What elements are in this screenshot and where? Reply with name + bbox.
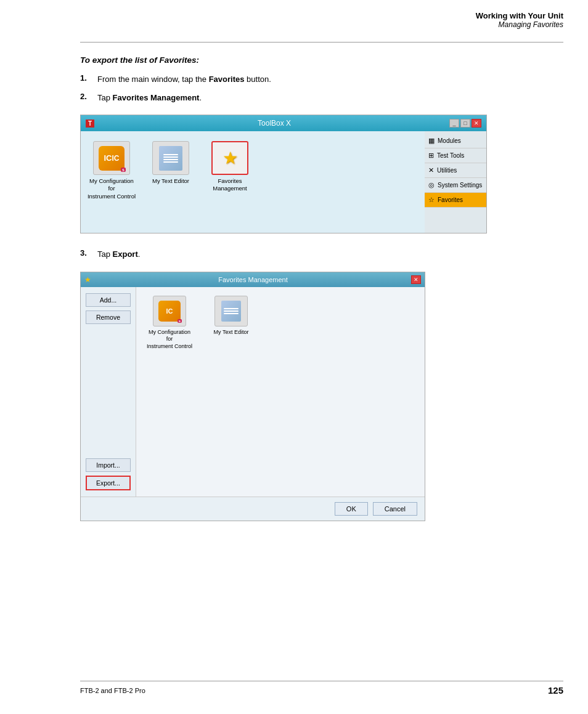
fav-ic-icon: IC s (153, 296, 186, 327)
step-3: 3. Tap Export. (80, 248, 563, 261)
sidebar-system-settings[interactable]: ◎ System Settings (425, 178, 486, 193)
toolbox-item-fav[interactable]: ★ Favorites Management (205, 141, 255, 193)
fav-text-editor-icon (221, 301, 241, 322)
toolbox-item-text[interactable]: My Text Editor (146, 141, 195, 185)
text-line-1 (163, 154, 178, 155)
cancel-button[interactable]: Cancel (373, 502, 417, 516)
fav-dialog-title: Favorites Management (95, 276, 411, 283)
text-line-2 (163, 156, 178, 158)
header-subtitle: Managing Favorites (476, 20, 563, 29)
sidebar-modules[interactable]: ▦ Modules (425, 134, 486, 148)
page-header: Working with Your Unit Managing Favorite… (476, 0, 563, 29)
step-3-text: Tap Export. (97, 248, 140, 261)
ic-item-label: My Configuration forInstrument Control (87, 177, 136, 200)
step-1-num: 1. (80, 73, 97, 83)
fav-item-label: Favorites Management (205, 177, 255, 193)
main-content: To export the list of Favorites: 1. From… (80, 55, 563, 521)
test-tools-icon: ⊞ (428, 152, 434, 160)
text-line-3 (163, 159, 178, 160)
product-name: FTB-2 and FTB-2 Pro (80, 687, 145, 694)
minimize-button[interactable]: _ (449, 119, 459, 128)
sidebar-utilities[interactable]: ✕ Utilities (425, 163, 486, 178)
step-2-num: 2. (80, 92, 97, 101)
fav-dialog: ★ Favorites Management ✕ Add... Remove I… (80, 272, 425, 521)
fav-main-area: Add... Remove Import... Export... IC s (81, 287, 425, 497)
ok-button[interactable]: OK (335, 502, 368, 516)
header-title: Working with Your Unit (476, 11, 563, 20)
toolbox-main-area: IC s My Configuration forInstrument Cont… (81, 131, 425, 233)
system-settings-icon: ◎ (428, 181, 435, 189)
fav-star-icon: ★ (84, 275, 91, 284)
ic-logo: IC s (99, 146, 125, 171)
fav-text-line-3 (224, 313, 239, 314)
section-heading: To export the list of Favorites: (80, 55, 563, 65)
fav-left-panel: Add... Remove Import... Export... (81, 287, 136, 497)
fav-footer: OK Cancel (81, 497, 425, 521)
fav-text-line-1 (224, 308, 239, 309)
add-button[interactable]: Add... (86, 293, 131, 307)
fav-ic-label: My Configuration forInstrument Control (145, 329, 194, 351)
text-item-label: My Text Editor (152, 177, 189, 185)
fav-ic-logo: IC s (158, 301, 181, 322)
page-footer: FTB-2 and FTB-2 Pro 125 (80, 681, 563, 696)
fav-titlebar: ★ Favorites Management ✕ (81, 272, 425, 287)
step-2-text: Tap Favorites Management. (97, 92, 202, 104)
favorites-icon: ☆ (428, 196, 435, 204)
modules-icon: ▦ (428, 137, 435, 145)
header-rule (80, 42, 563, 43)
page-number: 125 (548, 685, 563, 696)
text-editor-icon (159, 146, 182, 171)
favorites-label: Favorites (438, 197, 463, 203)
fav-right-panel: IC s My Configuration forInstrument Cont… (136, 287, 425, 497)
fav-item-icon: ★ (211, 141, 248, 175)
titlebar-controls: _ □ ✕ (449, 119, 481, 128)
toolbox-window: T ToolBox X _ □ ✕ IC s (80, 115, 487, 233)
text-item-icon (152, 141, 189, 175)
import-button[interactable]: Import... (86, 458, 131, 472)
step-2: 2. Tap Favorites Management. (80, 92, 563, 104)
text-line-4 (163, 161, 178, 163)
fav-item-ic[interactable]: IC s My Configuration forInstrument Cont… (145, 296, 194, 351)
fav-text-icon (214, 296, 248, 327)
star-icon: ★ (223, 148, 238, 168)
utilities-icon: ✕ (428, 166, 434, 174)
fav-text-line-2 (224, 310, 239, 312)
toolbox-item-ic[interactable]: IC s My Configuration forInstrument Cont… (87, 141, 136, 200)
toolbox-body: IC s My Configuration forInstrument Cont… (81, 131, 486, 233)
test-tools-label: Test Tools (437, 152, 464, 159)
remove-button[interactable]: Remove (86, 310, 131, 324)
fav-close-button[interactable]: ✕ (411, 275, 421, 284)
utilities-label: Utilities (437, 167, 457, 174)
close-button[interactable]: ✕ (472, 119, 481, 128)
toolbox-sidebar: ▦ Modules ⊞ Test Tools ✕ Utilities ◎ Sys… (425, 131, 486, 233)
system-settings-label: System Settings (438, 182, 482, 189)
ic-item-icon: IC s (93, 141, 130, 175)
toolbox-window-title: ToolBox X (99, 119, 449, 128)
export-button[interactable]: Export... (86, 476, 131, 490)
sidebar-test-tools[interactable]: ⊞ Test Tools (425, 148, 486, 163)
fav-ic-badge: s (178, 319, 182, 323)
toolbox-t-badge: T (86, 120, 94, 128)
step-1-text: From the main window, tap the Favorites … (97, 73, 271, 86)
maximize-button[interactable]: □ (460, 119, 470, 128)
modules-label: Modules (438, 137, 461, 144)
ic-badge: s (121, 168, 126, 172)
fav-item-text[interactable]: My Text Editor (206, 296, 256, 351)
fav-body: Add... Remove Import... Export... IC s (81, 287, 425, 521)
step-3-num: 3. (80, 248, 97, 258)
sidebar-favorites[interactable]: ☆ Favorites (425, 193, 486, 208)
step-1: 1. From the main window, tap the Favorit… (80, 73, 563, 86)
toolbox-titlebar: T ToolBox X _ □ ✕ (81, 115, 486, 131)
toolbox-screenshot: T ToolBox X _ □ ✕ IC s (80, 115, 563, 233)
fav-text-label: My Text Editor (214, 329, 249, 336)
